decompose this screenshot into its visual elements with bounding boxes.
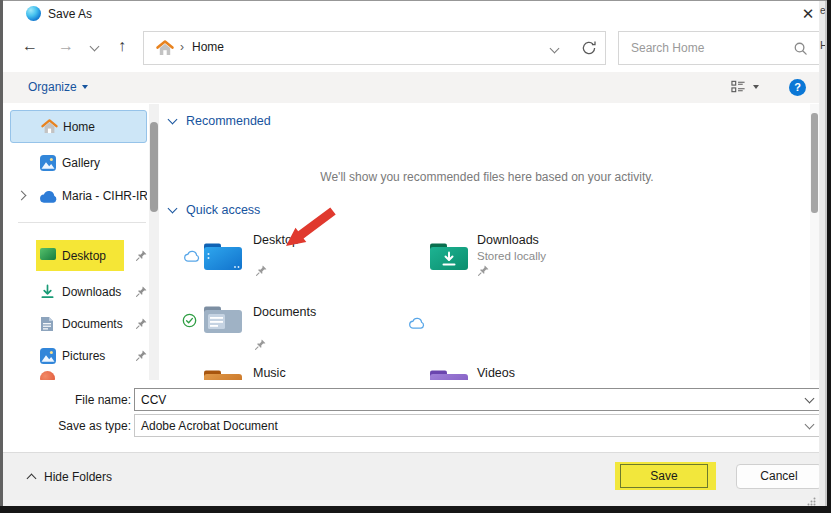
cloud-status-icon: [407, 317, 425, 330]
recommended-empty-message: We'll show you recommended files here ba…: [200, 170, 774, 184]
save-as-dialog: Save As ✕ ← → ↑ › Home: [0, 0, 831, 513]
background-text-fragment: H: [820, 39, 827, 51]
navigation-bar: ← → ↑ › Home: [3, 26, 819, 72]
annotation-arrow: [280, 205, 338, 249]
sidebar-item-downloads[interactable]: Downloads: [10, 277, 147, 307]
save-as-type-value: Adobe Acrobat Document: [141, 419, 278, 433]
collapse-chevron-icon[interactable]: [168, 204, 178, 214]
close-icon[interactable]: ✕: [798, 4, 818, 24]
up-button[interactable]: ↑: [118, 37, 126, 55]
breadcrumb-home[interactable]: Home: [192, 40, 224, 54]
address-dropdown-icon[interactable]: [550, 44, 560, 54]
pin-icon[interactable]: [255, 339, 266, 350]
tile-label: Downloads: [477, 233, 539, 247]
gallery-icon: [40, 155, 56, 171]
view-options-icon: [731, 80, 746, 93]
hide-folders-label: Hide Folders: [44, 470, 112, 484]
file-name-field: [134, 388, 823, 411]
desktop-icon: [40, 248, 56, 260]
recent-locations-button[interactable]: [90, 42, 100, 52]
organize-button[interactable]: Organize: [28, 80, 88, 94]
sidebar-item-pictures[interactable]: Pictures: [10, 341, 147, 371]
window-border: [0, 0, 3, 513]
sidebar-item-label: Home: [63, 120, 95, 134]
sidebar-item-gallery[interactable]: Gallery: [10, 148, 147, 178]
save-as-type-dropdown-icon[interactable]: [805, 420, 815, 430]
organize-caret-icon: [82, 85, 88, 89]
documents-folder-icon: [202, 303, 244, 335]
pin-icon[interactable]: [136, 250, 147, 261]
downloads-folder-icon: [428, 240, 470, 272]
sidebar-item-home[interactable]: Home: [10, 110, 147, 143]
document-icon: [40, 316, 54, 332]
background-strip: e H: [819, 1, 827, 506]
sidebar-item-desktop[interactable]: Desktop: [10, 241, 147, 271]
window-title: Save As: [48, 7, 92, 21]
desktop-folder-icon: [202, 240, 244, 272]
search-box: [618, 31, 820, 65]
resize-grip[interactable]: [807, 497, 816, 506]
expand-chevron-icon[interactable]: [17, 191, 27, 201]
sidebar-item-label: Documents: [62, 317, 123, 331]
pin-icon[interactable]: [136, 318, 147, 329]
sidebar-item-onedrive[interactable]: Maria - CIHR-IRS: [10, 181, 147, 211]
download-icon: [40, 284, 55, 299]
refresh-icon[interactable]: [581, 40, 597, 56]
tile-label: Music: [253, 366, 286, 380]
onedrive-cloud-icon: [37, 190, 58, 204]
back-button[interactable]: ←: [22, 37, 38, 55]
dialog-footer: Hide Folders Save Cancel: [3, 452, 819, 506]
music-folder-icon: [202, 367, 244, 380]
videos-folder-icon: [428, 367, 470, 380]
main-scrollbar-thumb[interactable]: [811, 113, 818, 213]
pin-icon[interactable]: [136, 350, 147, 361]
forward-button[interactable]: →: [58, 37, 74, 55]
section-label: Quick access: [186, 203, 260, 217]
organize-label: Organize: [28, 80, 77, 94]
sidebar-item-documents[interactable]: Documents: [10, 309, 147, 339]
pictures-icon: [40, 348, 56, 364]
pin-icon[interactable]: [256, 265, 267, 276]
home-icon: [156, 40, 174, 56]
tile-subtitle: Stored locally: [477, 250, 546, 262]
view-options-button[interactable]: [731, 80, 759, 94]
titlebar: Save As ✕: [3, 1, 819, 26]
background-text-fragment: e: [820, 5, 826, 16]
quick-access-tile-downloads[interactable]: Downloads Stored locally: [405, 231, 645, 283]
file-name-dropdown-icon[interactable]: [805, 394, 815, 404]
save-button[interactable]: Save: [620, 464, 708, 488]
file-form-panel: File name: Save as type: Adobe Acrobat D…: [3, 380, 819, 452]
command-toolbar: Organize ?: [3, 72, 819, 103]
sidebar-item-label: Pictures: [62, 349, 105, 363]
hide-folders-button[interactable]: Hide Folders: [28, 470, 112, 484]
collapse-chevron-icon[interactable]: [168, 115, 178, 125]
sidebar-scrollbar-thumb[interactable]: [150, 122, 158, 212]
file-name-input[interactable]: [135, 389, 801, 410]
window-border: [0, 0, 831, 1]
cancel-button[interactable]: Cancel: [736, 464, 822, 489]
pin-icon[interactable]: [136, 286, 147, 297]
cloud-status-icon: [182, 250, 200, 263]
recommended-section-header[interactable]: Recommended: [169, 114, 271, 128]
quick-access-section-header[interactable]: Quick access: [169, 203, 260, 217]
sidebar-item-label: Downloads: [62, 285, 121, 299]
pin-icon[interactable]: [478, 265, 489, 276]
edge-app-icon: [26, 6, 41, 21]
tile-label: Documents: [253, 305, 316, 319]
search-input[interactable]: [619, 32, 801, 64]
address-bar[interactable]: › Home: [143, 31, 606, 65]
quick-access-tile-documents[interactable]: Documents: [180, 303, 420, 355]
search-icon[interactable]: [793, 41, 808, 56]
window-border: [827, 0, 831, 513]
sidebar-item-label: Desktop: [62, 249, 106, 263]
synced-check-icon: [182, 313, 197, 328]
view-options-caret-icon: [753, 85, 759, 89]
save-as-type-select[interactable]: Adobe Acrobat Document: [134, 414, 823, 437]
sidebar-item-label: Gallery: [62, 156, 100, 170]
sidebar-separator: [18, 222, 146, 223]
help-button[interactable]: ?: [789, 79, 806, 96]
tile-label: Videos: [477, 366, 515, 380]
file-name-label: File name:: [28, 393, 131, 407]
breadcrumb-separator: ›: [180, 40, 184, 54]
section-label: Recommended: [186, 114, 271, 128]
